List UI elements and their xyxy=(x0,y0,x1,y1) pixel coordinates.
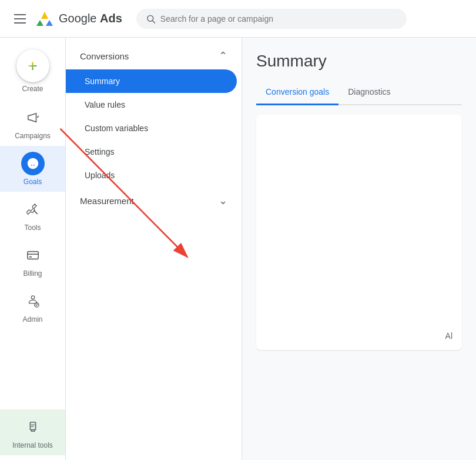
svg-marker-2 xyxy=(46,20,53,26)
logo-area: Google Ads xyxy=(35,9,122,28)
svg-line-5 xyxy=(153,21,155,23)
sidebar-item-tools[interactable]: Tools xyxy=(0,192,65,238)
sub-nav-item-value-rules[interactable]: Value rules xyxy=(66,93,237,116)
create-circle: + xyxy=(16,49,49,82)
tab-diagnostics[interactable]: Diagnostics xyxy=(338,80,400,105)
sidebar-item-campaigns[interactable]: Campaigns xyxy=(0,100,65,146)
internal-tools-icon-wrapper xyxy=(21,415,45,439)
uploads-label: Uploads xyxy=(85,171,115,180)
tab-conversion-goals[interactable]: Conversion goals xyxy=(256,80,338,105)
content-area: Summary Conversion goals Diagnostics Al xyxy=(242,38,476,460)
svg-line-8 xyxy=(33,211,37,214)
search-bar[interactable] xyxy=(136,9,407,29)
conversions-header-label: Conversions xyxy=(80,51,129,61)
sidebar-item-admin-label: Admin xyxy=(22,315,42,324)
tabs-bar: Conversion goals Diagnostics xyxy=(256,80,462,105)
tab-conversion-goals-label: Conversion goals xyxy=(266,87,329,96)
content-panel-text: Al xyxy=(445,331,452,341)
sidebar-item-internal-tools[interactable]: Internal tools xyxy=(0,409,65,455)
hamburger-button[interactable] xyxy=(9,9,31,28)
create-button[interactable]: + Create xyxy=(12,42,54,100)
svg-marker-1 xyxy=(36,20,43,26)
content-panel: Al xyxy=(256,115,462,350)
create-label: Create xyxy=(22,85,43,93)
admin-icon-wrapper xyxy=(21,289,45,313)
admin-icon xyxy=(26,295,39,308)
tools-icon xyxy=(26,203,39,216)
billing-icon xyxy=(26,249,39,262)
sidebar: + Create Campaigns xyxy=(0,38,66,460)
sidebar-item-internal-tools-label: Internal tools xyxy=(12,441,53,449)
sidebar-item-goals[interactable]: Goals xyxy=(0,146,65,192)
page-title: Summary xyxy=(256,52,462,71)
sidebar-item-campaigns-label: Campaigns xyxy=(15,132,51,140)
svg-marker-3 xyxy=(41,12,48,19)
svg-rect-14 xyxy=(31,430,35,432)
summary-label: Summary xyxy=(85,76,120,86)
sidebar-item-admin[interactable]: Admin xyxy=(0,284,65,329)
goals-icon xyxy=(26,157,39,170)
svg-rect-6 xyxy=(32,165,33,167)
logo-text: Google Ads xyxy=(59,12,122,25)
sub-nav: Conversions ⌃ Summary Value rules Custom… xyxy=(66,38,242,460)
search-icon xyxy=(146,14,156,24)
billing-icon-wrapper xyxy=(21,244,45,267)
custom-variables-label: Custom variables xyxy=(85,124,148,133)
sub-nav-item-uploads[interactable]: Uploads xyxy=(66,164,237,187)
svg-rect-11 xyxy=(29,256,32,258)
chevron-down-icon: ⌄ xyxy=(219,194,227,207)
svg-rect-13 xyxy=(30,422,35,430)
google-ads-logo-icon xyxy=(35,9,54,28)
tools-icon-wrapper xyxy=(21,198,45,221)
sub-nav-item-summary[interactable]: Summary xyxy=(66,69,237,93)
sidebar-item-billing[interactable]: Billing xyxy=(0,238,65,284)
measurement-header[interactable]: Measurement ⌄ xyxy=(66,187,242,214)
search-input[interactable] xyxy=(160,14,397,24)
header: Google Ads xyxy=(0,0,476,38)
conversions-header[interactable]: Conversions ⌃ xyxy=(66,42,242,69)
conversions-section: Conversions ⌃ Summary Value rules Custom… xyxy=(66,42,242,187)
svg-rect-9 xyxy=(27,252,38,259)
sidebar-item-tools-label: Tools xyxy=(24,224,41,232)
value-rules-label: Value rules xyxy=(85,100,125,109)
sidebar-item-billing-label: Billing xyxy=(23,269,42,278)
sub-nav-item-custom-variables[interactable]: Custom variables xyxy=(66,116,237,140)
settings-label: Settings xyxy=(85,147,115,156)
measurement-header-label: Measurement xyxy=(80,196,134,206)
campaigns-icon xyxy=(26,111,39,124)
campaigns-icon-wrapper xyxy=(21,106,45,129)
sidebar-item-goals-label: Goals xyxy=(24,178,42,186)
main-layout: + Create Campaigns xyxy=(0,38,476,460)
measurement-section: Measurement ⌄ xyxy=(66,187,242,214)
chevron-up-icon: ⌃ xyxy=(219,49,227,62)
tab-diagnostics-label: Diagnostics xyxy=(348,87,390,96)
goals-icon-wrapper xyxy=(21,152,45,175)
sub-nav-item-settings[interactable]: Settings xyxy=(66,140,237,164)
plus-icon: + xyxy=(28,58,37,74)
internal-tools-icon xyxy=(26,421,39,434)
svg-rect-7 xyxy=(31,167,35,168)
